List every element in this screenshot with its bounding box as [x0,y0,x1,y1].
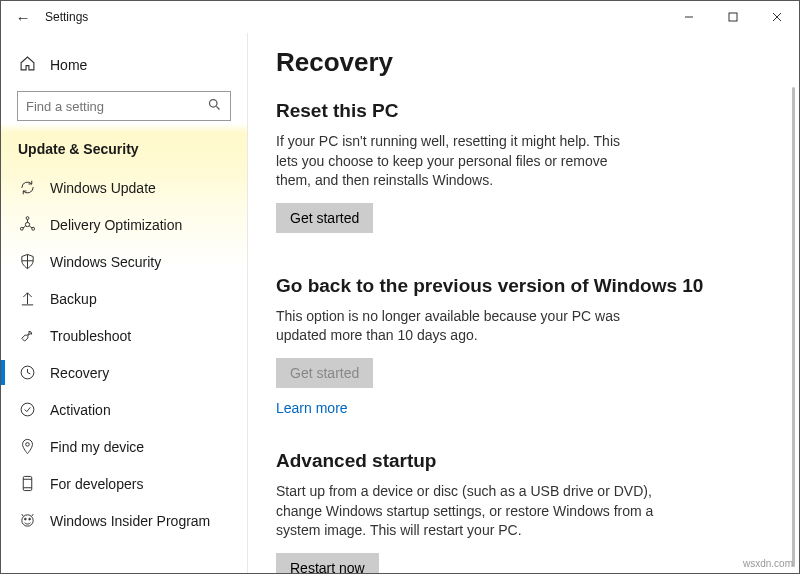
svg-point-25 [29,518,31,520]
search-field[interactable] [26,99,207,114]
sidebar-item-label: Recovery [50,365,109,381]
goback-section: Go back to the previous version of Windo… [276,275,771,416]
sidebar: Home Update & Security Windows Update De… [1,33,248,573]
content-pane: Recovery Reset this PC If your PC isn't … [248,33,799,573]
svg-rect-20 [23,476,32,490]
sidebar-item-troubleshoot[interactable]: Troubleshoot [1,317,247,354]
sidebar-item-label: Windows Insider Program [50,513,210,529]
svg-point-18 [21,403,34,416]
svg-line-11 [23,226,26,228]
watermark: wsxdn.com [743,558,793,569]
titlebar: ← Settings [1,1,799,33]
svg-point-24 [25,518,27,520]
reset-heading: Reset this PC [276,100,771,122]
sidebar-item-recovery[interactable]: Recovery [1,354,247,391]
sidebar-item-activation[interactable]: Activation [1,391,247,428]
sidebar-item-windows-insider[interactable]: Windows Insider Program [1,502,247,539]
maximize-button[interactable] [711,1,755,33]
sidebar-item-label: Delivery Optimization [50,217,182,233]
sync-icon [19,179,36,196]
sidebar-item-label: Windows Security [50,254,161,270]
location-icon [19,438,36,455]
sidebar-item-delivery-optimization[interactable]: Delivery Optimization [1,206,247,243]
search-icon [207,97,222,115]
home-nav[interactable]: Home [1,49,247,81]
reset-get-started-button[interactable]: Get started [276,203,373,233]
sidebar-item-backup[interactable]: Backup [1,280,247,317]
reset-section: Reset this PC If your PC isn't running w… [276,100,771,241]
advanced-desc: Start up from a device or disc (such as … [276,482,676,541]
shield-icon [19,253,36,270]
section-header: Update & Security [1,135,247,169]
sidebar-item-label: Activation [50,402,111,418]
sidebar-item-label: For developers [50,476,143,492]
sidebar-item-label: Troubleshoot [50,328,131,344]
svg-rect-1 [729,13,737,21]
svg-point-4 [210,100,218,108]
page-title: Recovery [276,47,771,78]
settings-window: ← Settings Home Update & Security Window… [0,0,800,574]
sidebar-item-label: Backup [50,291,97,307]
goback-heading: Go back to the previous version of Windo… [276,275,771,297]
search-input[interactable] [17,91,231,121]
home-label: Home [50,57,87,73]
sidebar-item-windows-security[interactable]: Windows Security [1,243,247,280]
restart-now-button[interactable]: Restart now [276,553,379,573]
check-icon [19,401,36,418]
sidebar-item-find-my-device[interactable]: Find my device [1,428,247,465]
goback-get-started-button: Get started [276,358,373,388]
svg-point-19 [26,443,30,447]
developers-icon [19,475,36,492]
backup-icon [19,290,36,307]
insider-icon [19,512,36,529]
back-button[interactable]: ← [9,9,37,26]
reset-desc: If your PC isn't running well, resetting… [276,132,626,191]
window-controls [667,1,799,33]
close-button[interactable] [755,1,799,33]
minimize-button[interactable] [667,1,711,33]
wrench-icon [19,327,36,344]
sidebar-item-for-developers[interactable]: For developers [1,465,247,502]
learn-more-link[interactable]: Learn more [276,400,348,416]
sidebar-item-windows-update[interactable]: Windows Update [1,169,247,206]
goback-desc: This option is no longer available becau… [276,307,626,346]
svg-line-5 [216,106,219,109]
delivery-icon [19,216,36,233]
svg-point-6 [25,222,29,226]
sidebar-item-label: Find my device [50,439,144,455]
sidebar-item-label: Windows Update [50,180,156,196]
svg-point-9 [26,217,29,220]
window-title: Settings [45,10,88,24]
advanced-heading: Advanced startup [276,450,771,472]
home-icon [19,55,36,75]
svg-line-12 [29,226,32,228]
recovery-icon [19,364,36,381]
advanced-section: Advanced startup Start up from a device … [276,450,771,573]
